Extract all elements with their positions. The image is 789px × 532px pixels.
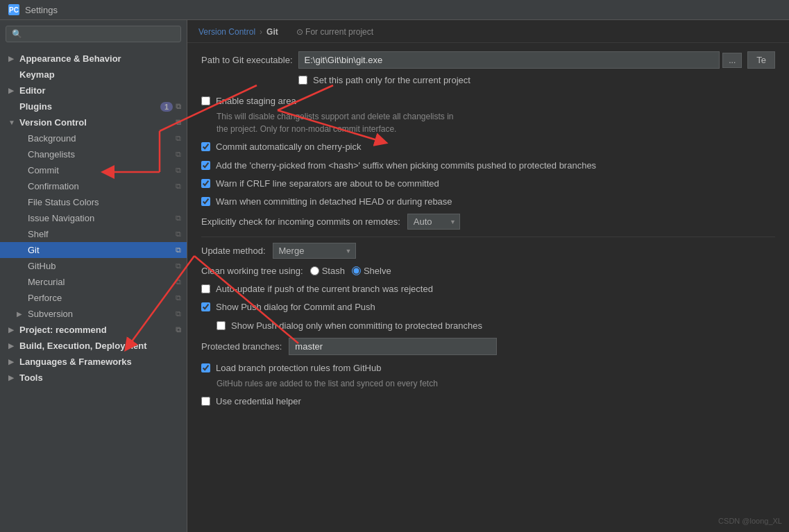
show-push-label: Show Push dialog for Commit and Push bbox=[216, 301, 375, 314]
divider-1 bbox=[201, 237, 775, 237]
app-icon: PC bbox=[8, 4, 19, 15]
nav-tree: ▶ Appearance & Behavior Keymap ▶ Editor … bbox=[0, 48, 187, 532]
sidebar-item-background[interactable]: Background ⧉ bbox=[0, 130, 187, 146]
explicitly-check-row: Explicitly check for incoming commits on… bbox=[201, 214, 775, 230]
load-branch-label: Load branch protection rules from GitHub bbox=[216, 362, 381, 375]
sidebar-item-label: Mercurial bbox=[28, 277, 173, 287]
sidebar-item-file-status-colors[interactable]: File Status Colors bbox=[0, 194, 187, 210]
update-method-label: Update method: bbox=[201, 246, 266, 256]
use-credential-row: Use credential helper bbox=[201, 395, 775, 408]
sidebar-item-build-execution[interactable]: ▶ Build, Execution, Deployment bbox=[0, 338, 187, 354]
search-input[interactable] bbox=[26, 29, 175, 39]
cherry-pick-label: Commit automatically on cherry-pick bbox=[216, 141, 362, 153]
add-suffix-row: Add the 'cherry-picked from <hash>' suff… bbox=[201, 160, 775, 172]
copy-icon: ⧉ bbox=[176, 166, 181, 175]
sidebar-item-label: Appearance & Behavior bbox=[19, 53, 181, 64]
sidebar-item-languages-frameworks[interactable]: ▶ Languages & Frameworks bbox=[0, 354, 187, 370]
sidebar-item-label: Git bbox=[28, 245, 173, 255]
current-project-label: Set this path only for the current proje… bbox=[313, 74, 470, 87]
sidebar-item-label: Subversion bbox=[28, 309, 173, 319]
clean-working-label: Clean working tree using: bbox=[201, 266, 303, 276]
cherry-pick-row: Commit automatically on cherry-pick bbox=[201, 141, 775, 153]
path-label: Path to Git executable: bbox=[201, 55, 293, 65]
cherry-pick-checkbox[interactable] bbox=[201, 142, 210, 151]
settings-body: Path to Git executable: ... Te Set this … bbox=[187, 43, 789, 422]
sidebar-item-tools[interactable]: ▶ Tools bbox=[0, 370, 187, 386]
sidebar-item-label: Project: recommend bbox=[19, 325, 173, 335]
sidebar-item-keymap[interactable]: Keymap bbox=[0, 67, 187, 83]
test-button[interactable]: Te bbox=[747, 51, 775, 69]
sidebar-item-label: Build, Execution, Deployment bbox=[19, 341, 181, 351]
sidebar-item-version-control[interactable]: ▼ Version Control ⧉ bbox=[0, 114, 187, 130]
breadcrumb-parent[interactable]: Version Control bbox=[198, 27, 255, 37]
path-input-wrapper: ... bbox=[298, 51, 743, 69]
show-push-only-checkbox[interactable] bbox=[217, 321, 226, 330]
sidebar-item-appearance[interactable]: ▶ Appearance & Behavior bbox=[0, 51, 187, 67]
browse-button[interactable]: ... bbox=[722, 53, 742, 68]
expand-icon: ▶ bbox=[8, 358, 17, 366]
staging-checkbox[interactable] bbox=[201, 96, 210, 105]
expand-icon: ▶ bbox=[8, 87, 17, 94]
show-push-row: Show Push dialog for Commit and Push bbox=[201, 301, 775, 314]
sidebar-item-label: File Status Colors bbox=[28, 197, 181, 207]
stash-radio[interactable] bbox=[310, 266, 319, 275]
sidebar-item-changelists[interactable]: Changelists ⧉ bbox=[0, 146, 187, 162]
sidebar-item-editor[interactable]: ▶ Editor bbox=[0, 83, 187, 98]
load-branch-note: GitHub rules are added to the list and s… bbox=[217, 377, 775, 390]
sidebar-item-label: Commit bbox=[28, 165, 173, 175]
warn-crlf-row: Warn if CRLF line separators are about t… bbox=[201, 178, 775, 190]
explicitly-check-select[interactable]: Auto Always Never bbox=[407, 214, 460, 230]
staging-note: This will disable changelists support an… bbox=[217, 110, 775, 135]
load-branch-checkbox[interactable] bbox=[201, 363, 210, 372]
sidebar-item-label: Shelf bbox=[28, 229, 173, 239]
sidebar-item-label: Keymap bbox=[19, 69, 181, 80]
search-icon: 🔍 bbox=[12, 29, 22, 39]
staging-row: Enable staging area bbox=[201, 95, 775, 108]
sidebar-item-label: Issue Navigation bbox=[28, 213, 173, 223]
path-input[interactable] bbox=[298, 51, 720, 69]
sidebar-item-github[interactable]: GitHub ⧉ bbox=[0, 258, 187, 274]
sidebar-item-plugins[interactable]: Plugins 1 ⧉ bbox=[0, 98, 187, 114]
sidebar-item-shelf[interactable]: Shelf ⧉ bbox=[0, 226, 187, 242]
sidebar-item-label: Background bbox=[28, 133, 173, 144]
copy-icon: ⧉ bbox=[176, 118, 181, 127]
protected-branches-input[interactable] bbox=[289, 338, 497, 355]
shelve-radio[interactable] bbox=[352, 266, 361, 275]
explicitly-check-select-wrapper: Auto Always Never bbox=[407, 214, 460, 230]
add-suffix-checkbox[interactable] bbox=[201, 161, 210, 170]
sidebar-item-mercurial[interactable]: Mercurial ⧉ bbox=[0, 274, 187, 290]
auto-update-checkbox[interactable] bbox=[201, 284, 210, 293]
update-method-row: Update method: Merge Rebase Branch Defau… bbox=[201, 243, 775, 259]
shelve-option: Shelve bbox=[352, 266, 391, 276]
copy-icon: ⧉ bbox=[176, 182, 181, 191]
main-content: Version Control › Git ⊙ For current proj… bbox=[187, 20, 789, 532]
path-row: Path to Git executable: ... Te bbox=[201, 51, 775, 69]
sidebar-item-commit[interactable]: Commit ⧉ bbox=[0, 162, 187, 178]
sidebar-item-label: Confirmation bbox=[28, 181, 173, 191]
title-bar: PC Settings bbox=[0, 0, 789, 20]
update-method-select[interactable]: Merge Rebase Branch Default bbox=[273, 243, 356, 259]
clean-working-row: Clean working tree using: Stash Shelve bbox=[201, 266, 775, 276]
sidebar-item-subversion[interactable]: ▶ Subversion ⧉ bbox=[0, 306, 187, 322]
warn-detached-checkbox[interactable] bbox=[201, 197, 210, 206]
stash-option: Stash bbox=[310, 266, 345, 276]
breadcrumb-separator: › bbox=[260, 27, 262, 37]
sidebar-item-project-recommend[interactable]: ▶ Project: recommend ⧉ bbox=[0, 322, 187, 338]
search-box[interactable]: 🔍 bbox=[6, 26, 181, 42]
sidebar-item-issue-navigation[interactable]: Issue Navigation ⧉ bbox=[0, 210, 187, 226]
use-credential-checkbox[interactable] bbox=[201, 397, 210, 406]
sidebar-item-perforce[interactable]: Perforce ⧉ bbox=[0, 290, 187, 306]
show-push-checkbox[interactable] bbox=[201, 302, 210, 311]
sidebar-item-label: GitHub bbox=[28, 261, 173, 271]
auto-update-label: Auto-update if push of the current branc… bbox=[216, 283, 433, 295]
sidebar-item-confirmation[interactable]: Confirmation ⧉ bbox=[0, 178, 187, 194]
copy-icon: ⧉ bbox=[176, 325, 181, 334]
sidebar-item-label: Languages & Frameworks bbox=[19, 357, 181, 367]
current-project-checkbox[interactable] bbox=[298, 76, 307, 85]
expand-icon: ▶ bbox=[8, 55, 17, 62]
copy-icon: ⧉ bbox=[176, 150, 181, 159]
warn-crlf-checkbox[interactable] bbox=[201, 179, 210, 188]
warn-crlf-label: Warn if CRLF line separators are about t… bbox=[216, 178, 439, 190]
sidebar-item-git[interactable]: Git ⧉ bbox=[0, 242, 187, 258]
show-push-only-row: Show Push dialog only when committing to… bbox=[201, 320, 775, 332]
